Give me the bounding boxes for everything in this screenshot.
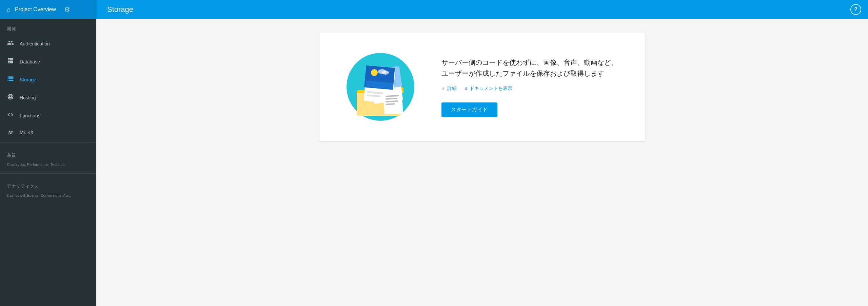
- authentication-label: Authentication: [20, 41, 50, 46]
- sidebar-item-storage[interactable]: Storage: [0, 71, 96, 89]
- quality-section-label: 品質: [0, 146, 96, 161]
- home-icon[interactable]: ⌂: [7, 6, 11, 14]
- mlkit-icon: M: [7, 129, 14, 135]
- sidebar-divider-1: [0, 142, 96, 143]
- sidebar-item-hosting[interactable]: Hosting: [0, 89, 96, 107]
- functions-icon: [7, 111, 14, 120]
- svg-point-11: [382, 71, 389, 75]
- main-layout: 開発 Authentication Database Storage Hosti…: [0, 19, 868, 306]
- sidebar-item-mlkit[interactable]: M ML Kit: [0, 125, 96, 140]
- sidebar-item-functions[interactable]: Functions: [0, 107, 96, 125]
- sidebar-divider-2: [0, 173, 96, 174]
- project-title: Project Overview: [15, 6, 56, 13]
- hosting-icon: [7, 93, 14, 102]
- storage-icon: [7, 75, 14, 84]
- dev-section-label: 開発: [0, 19, 96, 35]
- top-header: ⌂ Project Overview ⚙ Storage ?: [0, 0, 868, 19]
- sidebar-item-authentication[interactable]: Authentication: [0, 35, 96, 53]
- detail-link[interactable]: ♀ 詳細: [441, 85, 457, 92]
- start-guide-button[interactable]: スタートガイド: [441, 102, 497, 117]
- database-icon: [7, 57, 14, 66]
- analytics-section-label: アナリティクス: [0, 176, 96, 192]
- content-area: サーバー側のコードを使わずに、画像、音声、動画など、ユーザーが作成したファイルを…: [96, 19, 868, 306]
- project-header: ⌂ Project Overview ⚙: [0, 0, 96, 19]
- hosting-label: Hosting: [20, 95, 36, 100]
- database-label: Database: [20, 59, 40, 64]
- help-icon[interactable]: ?: [850, 4, 861, 15]
- storage-links: ♀ 詳細 ≡ ドキュメントを表示: [441, 85, 618, 92]
- storage-illustration: [347, 53, 414, 121]
- quality-sub-label: Crashlytics, Performance, Test Lab: [0, 161, 96, 171]
- docs-link-icon: ≡: [465, 86, 468, 91]
- docs-link-text: ドキュメントを表示: [470, 85, 512, 92]
- functions-label: Functions: [20, 113, 40, 118]
- settings-icon[interactable]: ⚙: [64, 5, 70, 14]
- detail-link-icon: ♀: [441, 86, 445, 91]
- analytics-sub-label: Dashboard, Events, Conversions, Au...: [0, 192, 96, 202]
- mlkit-label: ML Kit: [20, 130, 33, 135]
- sidebar: 開発 Authentication Database Storage Hosti…: [0, 19, 96, 306]
- docs-link[interactable]: ≡ ドキュメントを表示: [465, 85, 512, 92]
- sidebar-item-database[interactable]: Database: [0, 53, 96, 71]
- storage-description: サーバー側のコードを使わずに、画像、音声、動画など、ユーザーが作成したファイルを…: [441, 57, 618, 79]
- page-title: Storage: [107, 5, 133, 14]
- storage-content: サーバー側のコードを使わずに、画像、音声、動画など、ユーザーが作成したファイルを…: [441, 57, 618, 117]
- authentication-icon: [7, 39, 14, 48]
- storage-card: サーバー側のコードを使わずに、画像、音声、動画など、ユーザーが作成したファイルを…: [319, 33, 645, 141]
- svg-rect-15: [383, 92, 403, 115]
- storage-label: Storage: [20, 77, 36, 82]
- detail-link-text: 詳細: [447, 85, 457, 92]
